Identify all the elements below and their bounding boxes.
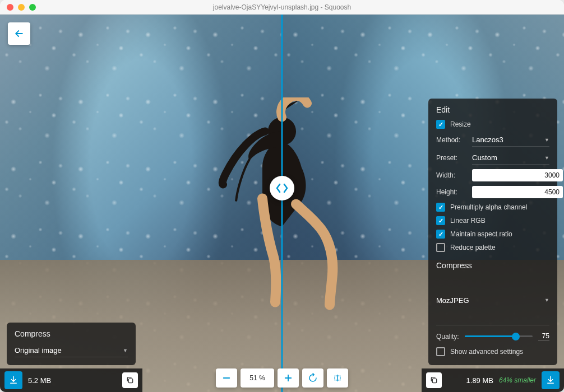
- copy-original-button[interactable]: [122, 372, 138, 388]
- savings-label: 64% smaller: [499, 376, 536, 384]
- zoom-value-display[interactable]: 51 %: [241, 368, 274, 388]
- method-label: Method:: [436, 136, 468, 144]
- copy-icon: [126, 376, 135, 385]
- advanced-checkbox-row[interactable]: Show advanced settings: [436, 347, 549, 356]
- chevron-down-icon: ▼: [544, 297, 549, 303]
- zoom-value: 51 %: [246, 374, 269, 382]
- chevron-down-icon: ▼: [123, 348, 128, 353]
- download-compressed-button[interactable]: [542, 371, 560, 389]
- resize-checkbox-row[interactable]: Resize: [436, 120, 549, 129]
- rotate-icon: [308, 373, 318, 383]
- method-value: Lanczos3: [472, 136, 503, 144]
- zoom-out-button[interactable]: [216, 368, 237, 388]
- left-compress-panel: Compress Original image ▼: [7, 323, 136, 365]
- svg-rect-2: [432, 379, 436, 382]
- left-format-select[interactable]: Original image ▼: [15, 344, 128, 357]
- quality-label: Quality:: [436, 333, 459, 340]
- resize-label: Resize: [450, 120, 471, 128]
- compress-heading: Compress: [436, 261, 549, 270]
- download-original-button[interactable]: [4, 371, 22, 389]
- download-icon: [8, 375, 19, 385]
- zoom-in-button[interactable]: [278, 368, 299, 388]
- rotate-button[interactable]: [302, 368, 323, 388]
- minimize-window-button[interactable]: [18, 4, 25, 11]
- maximize-window-button[interactable]: [29, 4, 36, 11]
- height-label: Height:: [436, 188, 468, 196]
- linear-rgb-checkbox-row[interactable]: Linear RGB: [436, 216, 549, 225]
- edit-heading: Edit: [436, 105, 549, 114]
- copy-compressed-button[interactable]: [426, 372, 442, 388]
- reduce-palette-checkbox-row[interactable]: Reduce palette: [436, 243, 549, 252]
- method-select[interactable]: Lanczos3 ▼: [472, 133, 549, 147]
- left-format-value: Original image: [15, 346, 62, 354]
- zoom-controls: 51 %: [216, 368, 348, 388]
- chevron-down-icon: ▼: [544, 137, 549, 143]
- flip-icon: [332, 373, 343, 383]
- linear-rgb-checkbox[interactable]: [436, 216, 445, 225]
- chevron-down-icon: ▼: [544, 155, 549, 161]
- aspect-checkbox[interactable]: [436, 230, 445, 239]
- left-compress-heading: Compress: [15, 329, 128, 338]
- left-footer: 5.2 MB: [0, 368, 142, 392]
- titlebar: joelvalve-OjaSYYejvyI-unsplash.jpg - Squ…: [0, 0, 564, 15]
- plus-icon: [283, 373, 293, 383]
- transform-button[interactable]: [327, 368, 348, 388]
- minus-icon: [221, 373, 232, 383]
- svg-rect-1: [128, 379, 132, 382]
- app-window: joelvalve-OjaSYYejvyI-unsplash.jpg - Squ…: [0, 0, 564, 392]
- download-icon: [545, 375, 556, 385]
- advanced-checkbox[interactable]: [436, 347, 445, 356]
- aspect-label: Maintain aspect ratio: [450, 230, 512, 238]
- back-button[interactable]: [8, 22, 30, 45]
- right-edit-panel: Edit Resize Method: Lanczos3 ▼ Preset: C…: [428, 99, 557, 365]
- compare-divider[interactable]: [281, 15, 283, 392]
- reduce-palette-label: Reduce palette: [450, 244, 496, 251]
- window-controls: [7, 4, 36, 11]
- copy-icon: [429, 376, 438, 385]
- quality-value: 75: [538, 332, 549, 340]
- viewport: Compress Original image ▼ Edit Resize Me…: [0, 15, 564, 392]
- linear-rgb-label: Linear RGB: [450, 217, 486, 225]
- premultiply-checkbox[interactable]: [436, 203, 445, 212]
- original-size: 5.2 MB: [28, 376, 51, 385]
- aspect-checkbox-row[interactable]: Maintain aspect ratio: [436, 230, 549, 239]
- right-footer: 1.89 MB 64% smaller: [422, 368, 564, 392]
- window-title: joelvalve-OjaSYYejvyI-unsplash.jpg - Squ…: [213, 3, 351, 11]
- width-input[interactable]: [472, 169, 563, 181]
- advanced-label: Show advanced settings: [450, 348, 523, 356]
- reduce-palette-checkbox[interactable]: [436, 243, 445, 252]
- compare-handle[interactable]: [270, 176, 294, 200]
- preset-label: Preset:: [436, 154, 468, 162]
- codec-value: MozJPEG: [436, 296, 469, 305]
- quality-slider[interactable]: [465, 335, 533, 337]
- compare-handle-icon: [275, 181, 289, 195]
- preset-value: Custom: [472, 153, 497, 162]
- height-input[interactable]: [472, 186, 563, 198]
- width-label: Width:: [436, 171, 468, 179]
- premultiply-checkbox-row[interactable]: Premultiply alpha channel: [436, 203, 549, 212]
- preset-select[interactable]: Custom ▼: [472, 151, 549, 165]
- codec-select[interactable]: MozJPEG ▼: [436, 276, 549, 325]
- resize-checkbox[interactable]: [436, 120, 445, 129]
- premultiply-label: Premultiply alpha channel: [450, 203, 527, 211]
- arrow-left-icon: [13, 28, 25, 39]
- compressed-size: 1.89 MB: [466, 376, 493, 385]
- close-window-button[interactable]: [7, 4, 13, 11]
